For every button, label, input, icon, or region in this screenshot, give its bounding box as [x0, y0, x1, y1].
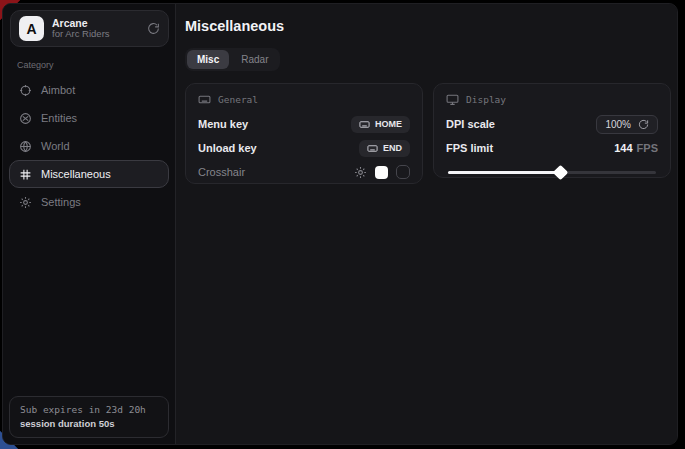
brand-logo: A	[19, 16, 44, 41]
crosshair-row: Crosshair	[198, 160, 410, 184]
fps-limit-label: FPS limit	[446, 142, 493, 154]
dpi-scale-label: DPI scale	[446, 118, 495, 130]
globe-icon	[19, 140, 32, 153]
unload-key-row: Unload key END	[198, 136, 410, 160]
sidebar-nav: Aimbot Entities	[3, 76, 175, 216]
crosshair-settings-gear-icon[interactable]	[354, 166, 367, 179]
monitor-icon	[446, 93, 459, 106]
category-label: Category	[17, 60, 54, 70]
display-card: Display DPI scale 100% FPS limit	[433, 83, 671, 178]
brand-text: Arcane for Arc Riders	[52, 17, 139, 40]
tab-bar: Misc Radar	[185, 48, 280, 71]
cycle-icon	[638, 119, 649, 130]
sidebar-item-miscellaneous[interactable]: Miscellaneous	[9, 160, 169, 188]
display-card-header: Display	[446, 93, 658, 106]
sidebar-item-world[interactable]: World	[9, 132, 169, 160]
screen: A Arcane for Arc Riders Category	[0, 0, 685, 449]
gear-icon	[19, 196, 32, 209]
sidebar-item-label: World	[41, 140, 70, 152]
tab-radar[interactable]: Radar	[231, 50, 278, 69]
sidebar-item-settings[interactable]: Settings	[9, 188, 169, 216]
subscription-info-card: Sub expires in 23d 20h session duration …	[9, 396, 169, 438]
sidebar-item-label: Miscellaneous	[41, 168, 111, 180]
fps-limit-row: FPS limit 144FPS	[446, 136, 658, 160]
session-duration-text: session duration 50s	[20, 418, 158, 429]
crosshair-color-swatch[interactable]	[375, 166, 388, 179]
unload-key-button[interactable]: END	[359, 140, 410, 157]
fps-limit-value: 144FPS	[614, 142, 658, 154]
slider-fill	[448, 171, 562, 174]
dpi-scale-select[interactable]: 100%	[596, 115, 658, 134]
brand-card[interactable]: A Arcane for Arc Riders	[10, 10, 169, 47]
brand-subtitle: for Arc Riders	[52, 29, 139, 40]
sidebar: A Arcane for Arc Riders Category	[3, 4, 176, 444]
crosshair-icon	[19, 84, 32, 97]
refresh-icon[interactable]	[147, 22, 160, 35]
sidebar-item-aimbot[interactable]: Aimbot	[9, 76, 169, 104]
display-card-title: Display	[466, 94, 506, 105]
crosshair-enabled-checkbox[interactable]	[396, 165, 410, 179]
general-card: General Menu key HOME Unload key	[185, 83, 423, 184]
sidebar-item-entities[interactable]: Entities	[9, 104, 169, 132]
tab-misc[interactable]: Misc	[187, 50, 229, 69]
fps-limit-slider[interactable]	[446, 166, 658, 178]
unload-key-label: Unload key	[198, 142, 257, 154]
menu-key-button[interactable]: HOME	[351, 116, 410, 133]
sidebar-item-label: Settings	[41, 196, 81, 208]
menu-key-value: HOME	[375, 119, 402, 129]
main-content: Miscellaneous Misc Radar General Menu ke…	[176, 4, 677, 444]
entities-icon	[19, 112, 32, 125]
slider-handle[interactable]	[553, 165, 569, 181]
fps-unit: FPS	[637, 142, 658, 154]
unload-key-value: END	[383, 143, 402, 153]
crosshair-label: Crosshair	[198, 166, 245, 178]
grid-icon	[19, 168, 32, 181]
sidebar-item-label: Entities	[41, 112, 77, 124]
sidebar-item-label: Aimbot	[41, 84, 75, 96]
dpi-scale-value: 100%	[605, 119, 631, 130]
keyboard-icon	[198, 93, 211, 106]
app-window: A Arcane for Arc Riders Category	[2, 3, 678, 445]
crosshair-controls	[354, 165, 410, 179]
dpi-scale-row: DPI scale 100%	[446, 112, 658, 136]
menu-key-label: Menu key	[198, 118, 248, 130]
general-card-header: General	[198, 93, 410, 106]
sub-expiry-text: Sub expires in 23d 20h	[20, 404, 158, 415]
page-title: Miscellaneous	[185, 18, 284, 34]
menu-key-row: Menu key HOME	[198, 112, 410, 136]
general-card-title: General	[218, 94, 258, 105]
